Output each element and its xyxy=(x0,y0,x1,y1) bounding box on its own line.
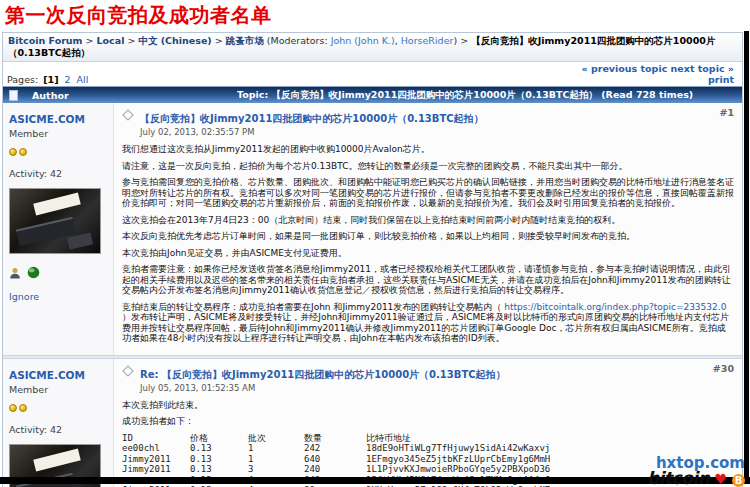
topic-header-bar: Author Topic: 【反向竞拍】收Jimmy2011四批团购中的芯片10… xyxy=(3,86,742,103)
prev-next-nav: « previous topic next topic » print xyxy=(581,63,734,85)
breadcrumb-segment[interactable]: Local xyxy=(97,35,125,46)
winners-label: 成功竞拍者如下： xyxy=(122,416,734,427)
member-rank: Member xyxy=(9,384,111,395)
page-2-link[interactable]: 2 xyxy=(65,74,71,85)
breadcrumb-segment: > xyxy=(83,35,97,46)
breadcrumb-segment: > xyxy=(124,35,138,46)
post-paragraph: 这次竞拍会在2013年7月4日23：00（北京时间）结束，同时我们保留在以上竞拍… xyxy=(122,215,734,226)
profile-icon[interactable] xyxy=(9,267,21,279)
post-paragraph: 请注意，这是一次反向竞拍，起拍价为每个芯片0.13BTC。您转让的数量必须是一次… xyxy=(122,161,734,172)
breadcrumb-segment[interactable]: 跳蚤市场 xyxy=(226,35,264,46)
winners-col-header: 批次 xyxy=(248,433,304,444)
winner-qty: 240 xyxy=(304,464,366,475)
post-paragraph: 本次竞拍由John见证交易，并由ASICME支付见证费用。 xyxy=(122,248,734,259)
author-column-header: Author xyxy=(32,90,237,101)
winner-id: ee00chl xyxy=(122,443,190,454)
bottom-crop-bar xyxy=(0,477,750,484)
topic-title: 【反向竞拍】收Jimmy2011四批团购中的芯片10000片（0.13BTC起拍… xyxy=(272,89,598,100)
author-name-link[interactable]: ASICME.COM xyxy=(9,369,85,381)
topic-nav-row: Pages: [1] 2 All « previous topic next t… xyxy=(3,62,742,86)
winner-price: 0.13 xyxy=(190,464,248,475)
post-body: 我们想通过这次竞拍从Jimmy2011发起的团购中收购10000片Avalon芯… xyxy=(122,144,734,296)
post-number: #30 xyxy=(713,363,734,374)
post-title-link[interactable]: Re: 【反向竞拍】收Jimmy2011四批团购中的芯片10000片（0.13B… xyxy=(140,369,506,380)
topic-label: Topic: xyxy=(237,89,268,100)
winner-batch: 3 xyxy=(248,464,304,475)
breadcrumb-segment: > xyxy=(212,35,226,46)
post-title-link[interactable]: 【反向竞拍】收Jimmy2011四批团购中的芯片10000片（0.13BTC起拍… xyxy=(140,113,484,124)
post-paragraph: 本次反向竞拍优先考虑芯片订单时间，如果是同一批团购订单，则比较竞拍价格，如果以上… xyxy=(122,231,734,242)
transfer-thread-link[interactable]: https://bitcointalk.org/index.php?topic=… xyxy=(504,302,726,312)
final-text-before: 竞拍结束后的转让交易程序：成功竞拍者需要在John 和Jimmy2011发布的团… xyxy=(122,302,504,312)
post-bullet-icon xyxy=(122,365,133,376)
breadcrumb-segment[interactable]: John (John K.) xyxy=(331,35,395,46)
winners-table-header: ID价格批次数量比特币地址 xyxy=(122,433,734,444)
member-stars xyxy=(9,141,111,150)
post-date: July 05, 2013, 01:52:35 AM xyxy=(140,383,705,393)
winner-row: Jimmy2011 0.13 3 240 1L1PjvvKXJmwoieRPbo… xyxy=(122,464,734,475)
star-icon xyxy=(9,404,17,412)
winners-col-header: ID xyxy=(122,433,190,444)
star-icon xyxy=(19,148,27,156)
post-1-message: 【反向竞拍】收Jimmy2011四批团购中的芯片10000片（0.13BTC起拍… xyxy=(113,103,742,355)
post-2: ASICME.COM Member Activity: 42 Ignore Re… xyxy=(3,359,742,487)
auction-end-line: 本次竞拍到此结束。 xyxy=(122,400,734,411)
post-1: ASICME.COM Member Activity: 42 Ignore 【反… xyxy=(3,103,742,355)
ignore-link[interactable]: Ignore xyxy=(9,291,39,302)
activity-count: Activity: 42 xyxy=(9,424,111,435)
breadcrumb-segment[interactable]: 中文 (Chinese) xyxy=(138,35,211,46)
topic-column-header: Topic: 【反向竞拍】收Jimmy2011四批团购中的芯片10000片（0.… xyxy=(237,89,693,102)
post-1-author-panel: ASICME.COM Member Activity: 42 Ignore xyxy=(3,103,113,355)
winner-batch: 1 xyxy=(248,454,304,465)
forum-frame: Bitcoin Forum > Local > 中文 (Chinese) > 跳… xyxy=(2,32,743,487)
breadcrumb-segment: ) > xyxy=(453,35,471,46)
member-stars xyxy=(9,397,111,406)
final-text-after: ）发布转让声明，ASICME将及时接受转让，并经John和Jimmy2011验证… xyxy=(122,312,729,343)
breadcrumb: Bitcoin Forum > Local > 中文 (Chinese) > 跳… xyxy=(3,33,742,62)
winners-col-header: 数量 xyxy=(304,433,366,444)
watermark: hxtop.com bitcoin ♥ B xyxy=(647,456,745,487)
bitcoin-coin-icon: B xyxy=(732,474,745,487)
topic-page-icon xyxy=(9,90,18,101)
post-paragraph-final: 竞拍结束后的转让交易程序：成功竞拍者需要在John 和Jimmy2011发布的团… xyxy=(122,302,734,344)
post-paragraph: 竞拍者需要注意：如果你已经发送收货签名消息给Jimmy2011，或者已经授权给相… xyxy=(122,264,734,296)
pages-label: Pages: xyxy=(7,74,38,85)
page-all-link[interactable]: All xyxy=(77,74,89,85)
star-icon xyxy=(9,148,17,156)
winners-col-header: 价格 xyxy=(190,433,248,444)
activity-count: Activity: 42 xyxy=(9,168,111,179)
post-bullet-icon xyxy=(122,109,133,120)
previous-topic-link[interactable]: « previous topic xyxy=(581,63,667,74)
post-2-author-panel: ASICME.COM Member Activity: 42 Ignore xyxy=(3,359,113,487)
avatar xyxy=(9,188,101,254)
winner-batch: 1 xyxy=(248,443,304,454)
winner-price: 0.13 xyxy=(190,443,248,454)
winners-col-header: 比特币地址 xyxy=(366,433,734,444)
heart-icon: ♥ xyxy=(714,471,727,487)
breadcrumb-segment[interactable]: HorseRider xyxy=(401,35,454,46)
winner-row: Jimmy2011 0.13 1 640 1EFmgyo345eZ5jtbKFz… xyxy=(122,454,734,465)
winner-btc-address: 18dE9oHTiWLg7TfHjuwy1SidAi42wKaxvj xyxy=(366,443,734,454)
breadcrumb-segment[interactable]: Bitcoin Forum xyxy=(8,35,83,46)
author-name-link[interactable]: ASICME.COM xyxy=(9,113,85,125)
post-paragraph: 我们想通过这次竞拍从Jimmy2011发起的团购中收购10000片Avalon芯… xyxy=(122,144,734,155)
winner-id: Jimmy2011 xyxy=(122,454,190,465)
post-number: #1 xyxy=(719,107,734,118)
winner-id: Jimmy2011 xyxy=(122,464,190,475)
winner-price: 0.13 xyxy=(190,454,248,465)
website-globe-icon[interactable] xyxy=(27,266,40,279)
winner-qty: 640 xyxy=(304,454,366,465)
member-rank: Member xyxy=(9,128,111,139)
right-crop-bar xyxy=(744,31,749,478)
page-title: 第一次反向竞拍及成功者名单 xyxy=(5,2,746,29)
next-topic-link[interactable]: next topic » xyxy=(671,63,734,74)
winner-row: ee00chl 0.13 1 242 18dE9oHTiWLg7TfHjuwy1… xyxy=(122,443,734,454)
post-date: July 02, 2013, 02:35:57 PM xyxy=(140,127,711,137)
winner-qty: 242 xyxy=(304,443,366,454)
read-count: (Read 728 times) xyxy=(601,89,693,100)
page-current: [1] xyxy=(43,74,58,85)
bitcoin-logo: bitcoin xyxy=(647,468,709,487)
print-link[interactable]: print xyxy=(708,74,734,85)
star-icon xyxy=(19,404,27,412)
breadcrumb-segment: (Moderators: xyxy=(264,35,331,46)
